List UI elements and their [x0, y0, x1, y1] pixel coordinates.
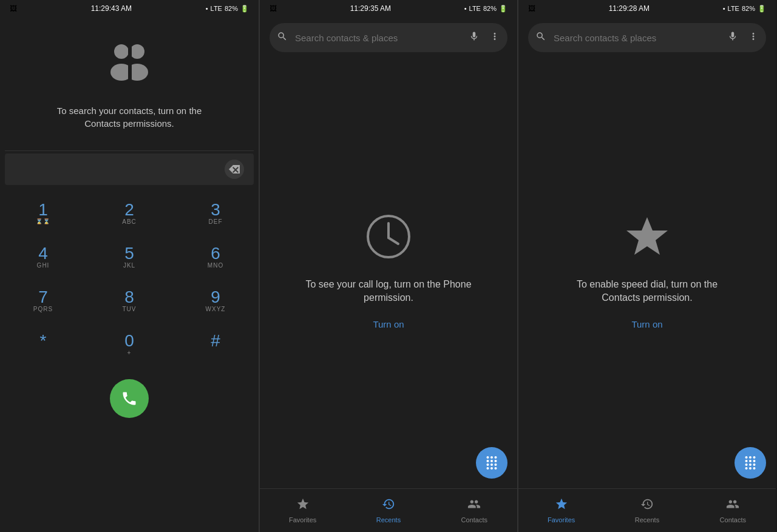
search-bar-3[interactable] [528, 23, 766, 52]
call-btn-container [0, 372, 259, 430]
delete-button[interactable] [225, 160, 244, 179]
svg-point-0 [114, 44, 129, 59]
search-input-3[interactable] [554, 33, 720, 43]
contacts-icon-nav-2 [467, 497, 481, 514]
status-bar-2: 🖼 11:29:35 AM • LTE 82% 🔋 [260, 0, 517, 17]
favorites-turn-on-button[interactable]: Turn on [631, 314, 662, 334]
star-permission-icon [623, 212, 671, 263]
nav-favorites-label-3: Favorites [548, 516, 575, 524]
phone-screen-3: 🖼 11:29:28 AM • LTE 82% 🔋 [518, 0, 776, 532]
star-icon-nav-2 [296, 497, 310, 514]
nav-recents-label-2: Recents [376, 516, 401, 524]
search-bar-2[interactable] [270, 23, 507, 52]
bottom-nav-2: Favorites Recents Contacts [260, 488, 517, 532]
photo-icon-2: 🖼 [270, 4, 277, 13]
bluetooth-icon-3: • [723, 5, 725, 12]
nav-favorites-2[interactable]: Favorites [260, 497, 345, 524]
dialer-input-bar [5, 153, 254, 185]
battery-text-2: 82% [483, 5, 497, 12]
battery-icon-3: 🔋 [758, 5, 766, 13]
dial-key-8[interactable]: 8 TUV [86, 280, 172, 323]
dial-key-hash[interactable]: # [172, 323, 259, 367]
bottom-nav-3: Favorites Recents Contacts [518, 488, 776, 532]
mic-icon-3[interactable] [727, 31, 738, 44]
nav-contacts-2[interactable]: Contacts [432, 497, 517, 524]
search-bar-container-3 [518, 17, 776, 58]
clock-icon-nav-2 [382, 497, 395, 514]
phone-screen-2: 🖼 11:29:35 AM • LTE 82% 🔋 [260, 0, 518, 532]
bluetooth-icon-1: • [206, 5, 208, 12]
status-bar-left-3: 🖼 [528, 4, 535, 13]
battery-icon-1: 🔋 [240, 5, 249, 13]
search-bar-container-2 [260, 17, 517, 58]
status-bar-left-1: 🖼 [10, 4, 17, 13]
star-icon-nav-3 [555, 497, 568, 514]
dial-key-star[interactable]: * [0, 323, 86, 367]
nav-contacts-3[interactable]: Contacts [690, 497, 776, 524]
status-time-1: 11:29:43 AM [91, 4, 132, 13]
dial-key-5[interactable]: 5 JKL [86, 236, 172, 280]
contacts-permission-icon [105, 41, 154, 90]
nav-contacts-label-3: Contacts [720, 516, 746, 524]
status-right-3: • LTE 82% 🔋 [723, 5, 766, 13]
recents-permission-area: To see your call log, turn on the Phone … [260, 58, 517, 488]
search-input-2[interactable] [295, 33, 461, 43]
dialpad: 1 ⌛⌛ 2 ABC 3 DEF 4 GHI 5 JKL 6 MNO 7 PQR… [0, 187, 259, 372]
status-time-2: 11:29:35 AM [350, 4, 391, 13]
nav-recents-label-3: Recents [635, 516, 659, 524]
nav-recents-3[interactable]: Recents [604, 497, 690, 524]
more-icon-3[interactable] [748, 31, 759, 44]
dial-key-6[interactable]: 6 MNO [172, 236, 259, 280]
fab-dialpad-button-2[interactable] [476, 447, 507, 479]
svg-marker-8 [626, 217, 668, 255]
status-bar-3: 🖼 11:29:28 AM • LTE 82% 🔋 [518, 0, 776, 17]
nav-favorites-3[interactable]: Favorites [518, 497, 604, 524]
contacts-icon-nav-3 [726, 497, 739, 514]
status-time-3: 11:29:28 AM [609, 4, 650, 13]
dial-key-3[interactable]: 3 DEF [172, 192, 259, 236]
battery-icon-2: 🔋 [499, 5, 507, 13]
phone-screen-1: 🖼 11:29:43 AM • LTE 82% 🔋 To search your [0, 0, 260, 532]
dial-key-4[interactable]: 4 GHI [0, 236, 86, 280]
favorites-permission-area: To enable speed dial, turn on the Contac… [518, 58, 776, 488]
dial-key-0[interactable]: 0 + [86, 323, 172, 367]
status-bar-left-2: 🖼 [270, 4, 277, 13]
status-right-2: • LTE 82% 🔋 [464, 5, 507, 13]
search-icon-3 [535, 31, 546, 44]
dial-key-1[interactable]: 1 ⌛⌛ [0, 192, 86, 236]
contacts-permission-text: To search your contacts, turn on the Con… [44, 104, 214, 130]
dial-key-9[interactable]: 9 WXYZ [172, 280, 259, 323]
signal-icon-1: LTE [211, 5, 222, 12]
recents-turn-on-button[interactable]: Turn on [373, 314, 404, 334]
svg-point-2 [130, 44, 144, 59]
dial-key-2[interactable]: 2 ABC [86, 192, 172, 236]
divider-1 [5, 150, 254, 151]
photo-icon-1: 🖼 [10, 4, 17, 13]
battery-text-1: 82% [225, 5, 238, 12]
status-right-1: • LTE 82% 🔋 [206, 5, 249, 13]
search-icon-2 [277, 31, 288, 44]
svg-line-7 [388, 238, 398, 244]
nav-favorites-label-2: Favorites [289, 516, 316, 524]
status-bar-1: 🖼 11:29:43 AM • LTE 82% 🔋 [0, 0, 259, 17]
fab-dialpad-button-3[interactable] [735, 447, 766, 479]
signal-icon-3: LTE [728, 5, 739, 12]
call-button[interactable] [110, 379, 149, 418]
clock-icon-nav-3 [640, 497, 654, 514]
favorites-permission-text: To enable speed dial, turn on the Contac… [562, 278, 732, 305]
mic-icon-2[interactable] [469, 31, 480, 44]
more-icon-2[interactable] [489, 31, 500, 44]
dial-key-7[interactable]: 7 PQRS [0, 280, 86, 323]
photo-icon-3: 🖼 [528, 4, 535, 13]
svg-rect-4 [128, 41, 132, 83]
signal-icon-2: LTE [469, 5, 481, 12]
fab-container-3 [735, 447, 766, 479]
fab-container-2 [476, 447, 507, 479]
nav-recents-2[interactable]: Recents [345, 497, 431, 524]
recents-permission-text: To see your call log, turn on the Phone … [304, 278, 473, 305]
battery-text-3: 82% [742, 5, 755, 12]
nav-contacts-label-2: Contacts [461, 516, 487, 524]
clock-permission-icon [364, 212, 413, 263]
bluetooth-icon-2: • [464, 5, 467, 12]
contacts-permission-area: To search your contacts, turn on the Con… [0, 17, 259, 150]
